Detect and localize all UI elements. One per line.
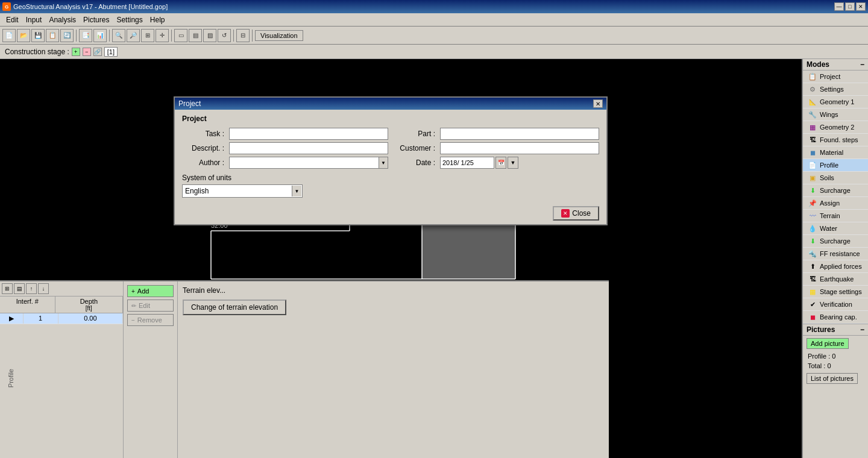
bearing-cap-icon: ◼: [808, 313, 817, 321]
toolbar-btn8[interactable]: ▭: [174, 29, 187, 42]
toolbar-zoom-out[interactable]: 🔎: [127, 29, 140, 42]
pictures-info-total: Total : 0: [803, 361, 868, 371]
task-label: Task :: [182, 130, 224, 138]
sidebar-item-ff-resistance[interactable]: 🔩 FF resistance: [803, 248, 868, 260]
toolbar-btn5[interactable]: 🔄: [60, 29, 74, 42]
stage-add-btn[interactable]: +: [72, 48, 80, 56]
close-dialog-button[interactable]: ✕ Close: [553, 206, 599, 221]
modes-collapse-icon[interactable]: −: [860, 60, 864, 69]
toolbar-save[interactable]: 💾: [31, 29, 45, 42]
ff-resistance-icon: 🔩: [808, 249, 817, 258]
change-terrain-button[interactable]: Change of terrain elevation: [183, 300, 286, 315]
sidebar-item-earthquake[interactable]: 🏗 Earthquake: [803, 273, 868, 286]
toolbar-open[interactable]: 📂: [17, 29, 30, 42]
date-input[interactable]: [440, 157, 494, 169]
sidebar-item-project[interactable]: 📋 Project: [803, 71, 868, 83]
remove-button[interactable]: − Remove: [127, 314, 174, 326]
dialog-close-x-btn[interactable]: ✕: [593, 99, 603, 108]
sidebar-item-soils[interactable]: ▣ Soils: [803, 172, 868, 184]
toolbar-zoom-fit[interactable]: ⊞: [141, 29, 154, 42]
sidebar-item-terrain[interactable]: 〰 Terrain: [803, 210, 868, 222]
sidebar-item-material[interactable]: ◼ Material: [803, 146, 868, 159]
data-btn-3[interactable]: ↑: [26, 283, 37, 294]
close-button[interactable]: ✕: [856, 2, 866, 11]
sidebar-item-surcharge2[interactable]: ⬇ Surcharge: [803, 235, 868, 248]
sidebar-item-wings[interactable]: 🔧 Wings: [803, 108, 868, 121]
menu-help[interactable]: Help: [146, 14, 169, 25]
add-button[interactable]: + Add: [127, 285, 174, 297]
found-steps-icon: 🏗: [808, 136, 817, 144]
sidebar-label-applied-forces: Applied forces: [820, 263, 862, 270]
table-row[interactable]: ▶ 1 0.00: [0, 313, 123, 324]
list-pictures-button[interactable]: List of pictures: [807, 373, 858, 384]
toolbar-btn9[interactable]: ▤: [189, 29, 202, 42]
sidebar-label-project: Project: [820, 73, 840, 80]
toolbar-zoom-in[interactable]: 🔍: [112, 29, 125, 42]
data-btn-2[interactable]: ▤: [14, 283, 25, 294]
menu-input[interactable]: Input: [22, 14, 46, 25]
toolbar-btn7[interactable]: 📊: [93, 29, 107, 42]
construction-bar: Construction stage : + − 🔗 [1]: [0, 45, 868, 59]
date-dropdown-btn[interactable]: ▼: [508, 157, 518, 169]
sidebar-item-geometry2[interactable]: ▦ Geometry 2: [803, 121, 868, 134]
data-btn-4[interactable]: ↓: [38, 283, 49, 294]
author-dropdown-btn[interactable]: ▼: [379, 157, 388, 169]
sidebar-label-surcharge: Surcharge: [820, 187, 851, 194]
edit-button[interactable]: ✏ Edit: [127, 300, 174, 312]
toolbar-grid[interactable]: ⊟: [236, 29, 250, 42]
toolbar-new[interactable]: 📄: [2, 29, 16, 42]
toolbar-btn4[interactable]: 📋: [46, 29, 59, 42]
toolbar-sep2: [109, 30, 110, 42]
visualization-button[interactable]: Visualization: [255, 30, 303, 41]
descript-input[interactable]: [229, 142, 388, 154]
menu-pictures[interactable]: Pictures: [80, 14, 113, 25]
sidebar-item-surcharge[interactable]: ⬇ Surcharge: [803, 184, 868, 197]
terrain-icon: 〰: [808, 212, 817, 220]
sidebar-item-applied-forces[interactable]: ⬆ Applied forces: [803, 260, 868, 273]
toolbar-sep1: [76, 30, 77, 42]
applied-forces-icon: ⬆: [808, 262, 817, 271]
task-input[interactable]: [229, 128, 388, 140]
add-icon: +: [131, 288, 135, 295]
sidebar-item-profile[interactable]: 📄 Profile: [803, 159, 868, 172]
sidebar-item-geometry1[interactable]: 📐 Geometry 1: [803, 96, 868, 108]
earthquake-icon: 🏗: [808, 275, 817, 283]
customer-input[interactable]: [440, 142, 599, 154]
sidebar-label-settings: Settings: [820, 86, 844, 93]
verification-icon: ✔: [808, 300, 817, 309]
project-icon: 📋: [808, 72, 817, 81]
date-calendar-btn[interactable]: 📅: [495, 157, 506, 169]
part-input[interactable]: [440, 128, 599, 140]
add-picture-button[interactable]: Add picture: [807, 338, 849, 349]
minimize-button[interactable]: —: [834, 2, 844, 11]
sidebar-item-bearing-cap[interactable]: ◼ Bearing cap.: [803, 311, 868, 324]
units-select[interactable]: English SI Metric: [182, 184, 303, 198]
sidebar-item-water[interactable]: 💧 Water: [803, 222, 868, 235]
menu-edit[interactable]: Edit: [2, 14, 22, 25]
sidebar-item-verification[interactable]: ✔ Verification: [803, 298, 868, 311]
sidebar-label-found-steps: Found. steps: [820, 136, 858, 143]
sidebar-item-stage-settings[interactable]: ▦ Stage settings: [803, 286, 868, 298]
title-bar-controls[interactable]: — □ ✕: [834, 2, 866, 11]
toolbar-pan[interactable]: ✛: [156, 29, 169, 42]
menu-settings[interactable]: Settings: [113, 14, 146, 25]
toolbar-btn6[interactable]: 📑: [79, 29, 92, 42]
toolbar-btn10[interactable]: ▨: [203, 29, 216, 42]
sidebar-item-assign[interactable]: 📌 Assign: [803, 197, 868, 210]
stage-remove-btn[interactable]: −: [83, 48, 91, 56]
stage-link-btn[interactable]: 🔗: [93, 48, 102, 56]
pictures-collapse-icon[interactable]: −: [860, 325, 864, 334]
maximize-button[interactable]: □: [845, 2, 855, 11]
sidebar-label-geometry2: Geometry 2: [820, 124, 854, 131]
date-label: Date :: [393, 158, 435, 167]
stage-number: [1]: [104, 47, 118, 57]
data-btn-1[interactable]: ⊞: [2, 283, 13, 294]
close-label: Close: [572, 209, 591, 218]
menu-analysis[interactable]: Analysis: [45, 14, 80, 25]
pictures-section: Pictures − Add picture Profile : 0 Total…: [803, 324, 868, 386]
sidebar-item-found-steps[interactable]: 🏗 Found. steps: [803, 134, 868, 146]
sidebar-item-settings[interactable]: ⚙ Settings: [803, 83, 868, 96]
toolbar-btn11[interactable]: ↺: [218, 29, 231, 42]
right-sidebar: Modes − 📋 Project ⚙ Settings 📐 Geometry …: [802, 59, 868, 458]
author-input[interactable]: [229, 157, 379, 169]
